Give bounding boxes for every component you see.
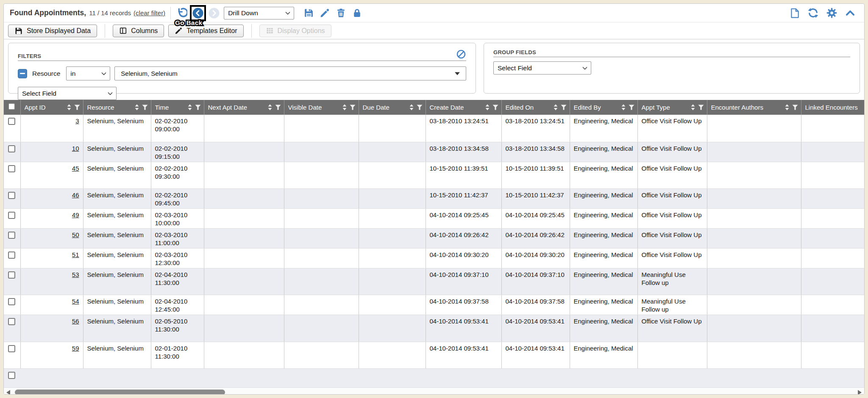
cell-linked-encounters [801, 295, 865, 315]
column-header-edited-on[interactable]: Edited On [501, 100, 570, 115]
appt-id-link[interactable]: 45 [72, 165, 79, 172]
filter-value-combobox[interactable]: Selenium, Selenium [114, 66, 466, 80]
add-filter-field-select[interactable]: Select Field [18, 87, 117, 100]
cell-next-apt-date [204, 162, 284, 188]
column-header-visible-date[interactable]: Visible Date [284, 100, 359, 115]
filter-funnel-icon[interactable] [792, 105, 798, 110]
filter-funnel-icon[interactable] [561, 105, 567, 110]
filter-operator-select[interactable]: in [66, 66, 110, 80]
sort-icon[interactable] [188, 104, 192, 111]
cell-appt-type: Office Visit Follow Up [637, 142, 707, 162]
appt-id-link[interactable]: 56 [72, 318, 79, 325]
sort-icon[interactable] [485, 104, 490, 111]
column-header-due-date[interactable]: Due Date [359, 100, 426, 115]
filter-funnel-icon[interactable] [629, 105, 634, 110]
column-header-resource[interactable]: Resource [83, 100, 151, 115]
scroll-right-arrow-icon[interactable] [858, 390, 862, 395]
sort-icon[interactable] [621, 104, 626, 111]
row-checkbox[interactable] [8, 252, 15, 259]
refresh-icon[interactable] [807, 7, 819, 19]
row-checkbox[interactable] [8, 212, 15, 219]
row-checkbox[interactable] [8, 118, 15, 125]
row-checkbox[interactable] [8, 345, 15, 352]
cell-encounter-authors [707, 342, 801, 368]
sort-icon[interactable] [135, 104, 139, 111]
row-checkbox[interactable] [8, 298, 15, 305]
column-header-time[interactable]: Time [151, 100, 204, 115]
scroll-left-arrow-icon[interactable] [6, 390, 10, 395]
filter-funnel-icon[interactable] [417, 105, 423, 110]
sort-icon[interactable] [268, 104, 272, 111]
group-field-select[interactable]: Select Field [493, 61, 591, 75]
remove-filter-button[interactable] [18, 69, 27, 78]
row-checkbox[interactable] [8, 165, 15, 172]
sort-icon[interactable] [785, 104, 789, 111]
record-count: 11 / 14 records [89, 9, 131, 17]
select-all-checkbox[interactable] [8, 103, 15, 110]
columns-button[interactable]: Columns [113, 25, 164, 37]
table-row: 59Selenium, Selenium02-01-2010 11:30:000… [4, 342, 865, 368]
sort-icon[interactable] [342, 104, 347, 111]
filter-funnel-icon[interactable] [142, 105, 148, 110]
filter-funnel-icon[interactable] [275, 105, 281, 110]
column-header-appt-id[interactable]: Appt ID [20, 100, 83, 115]
appt-id-link[interactable]: 54 [72, 298, 79, 305]
column-header-create-date[interactable]: Create Date [426, 100, 501, 115]
filter-funnel-icon[interactable] [492, 105, 498, 110]
column-header-next-apt-date[interactable]: Next Apt Date [204, 100, 284, 115]
select-all-header[interactable] [4, 100, 20, 115]
disable-filters-icon[interactable] [456, 49, 466, 59]
cell-edited-by: Engineering, Medical [570, 248, 637, 268]
table-row: 51Selenium, Selenium02-03-2010 12:30:000… [4, 248, 865, 268]
undo-icon[interactable] [176, 7, 187, 19]
horizontal-scrollbar[interactable] [4, 387, 864, 395]
column-header-encounter-authors[interactable]: Encounter Authors [707, 100, 801, 115]
edit-view-icon[interactable] [320, 8, 330, 18]
appt-id-link[interactable]: 49 [72, 211, 79, 218]
delete-view-icon[interactable] [336, 8, 346, 18]
row-checkbox[interactable] [8, 145, 15, 152]
templates-editor-button[interactable]: Templates Editor [168, 25, 243, 37]
scrollbar-thumb[interactable] [15, 390, 225, 395]
sort-icon[interactable] [409, 104, 414, 111]
filter-funnel-icon[interactable] [698, 105, 704, 110]
lock-view-icon[interactable] [352, 8, 362, 18]
sort-icon[interactable] [554, 104, 558, 111]
go-forward-button[interactable] [209, 8, 220, 19]
sort-icon[interactable] [691, 104, 695, 111]
appt-id-link[interactable]: 53 [72, 271, 79, 278]
row-checkbox[interactable] [8, 192, 15, 199]
cell-visible-date [284, 208, 359, 228]
appt-id-link[interactable]: 51 [72, 251, 79, 258]
row-checkbox[interactable] [8, 232, 15, 239]
cell-edited-on: 04-10-2014 09:53:41 [501, 342, 570, 368]
appt-id-link[interactable]: 3 [75, 117, 79, 124]
row-checkbox[interactable] [8, 318, 15, 325]
save-view-icon[interactable] [303, 8, 314, 18]
display-options-button[interactable]: Display Options [259, 25, 331, 37]
column-header-linked-encounters[interactable]: Linked Encounters [801, 100, 865, 115]
go-back-button[interactable] [190, 5, 206, 21]
appt-id-link[interactable]: 59 [72, 345, 79, 352]
filters-section: FILTERS Resource in Selenium, Selenium S [8, 43, 860, 94]
filter-funnel-icon[interactable] [74, 105, 80, 110]
collapse-chevron-up-icon[interactable] [845, 8, 856, 19]
appt-id-link[interactable]: 50 [72, 231, 79, 238]
appt-id-link[interactable]: 46 [72, 191, 79, 199]
filter-funnel-icon[interactable] [350, 105, 356, 110]
cell-appt-id: 46 [20, 188, 83, 208]
drilldown-select[interactable]: Drill Down [224, 7, 294, 19]
row-checkbox[interactable] [8, 271, 15, 279]
store-displayed-data-button[interactable]: Store Displayed Data [8, 25, 97, 37]
appt-id-link[interactable]: 10 [72, 145, 79, 152]
column-label: Visible Date [288, 104, 339, 111]
column-header-appt-type[interactable]: Appt Type [637, 100, 707, 115]
gear-icon[interactable] [826, 7, 837, 19]
appointments-grid: Appt IDResourceTimeNext Apt DateVisible … [4, 100, 864, 395]
clear-filter-link[interactable]: (clear filter) [134, 9, 165, 17]
sort-icon[interactable] [67, 104, 71, 111]
column-header-edited-by[interactable]: Edited By [570, 100, 637, 115]
empty-row-checkbox[interactable] [8, 372, 15, 379]
filter-funnel-icon[interactable] [195, 105, 201, 110]
new-document-icon[interactable] [789, 8, 800, 19]
